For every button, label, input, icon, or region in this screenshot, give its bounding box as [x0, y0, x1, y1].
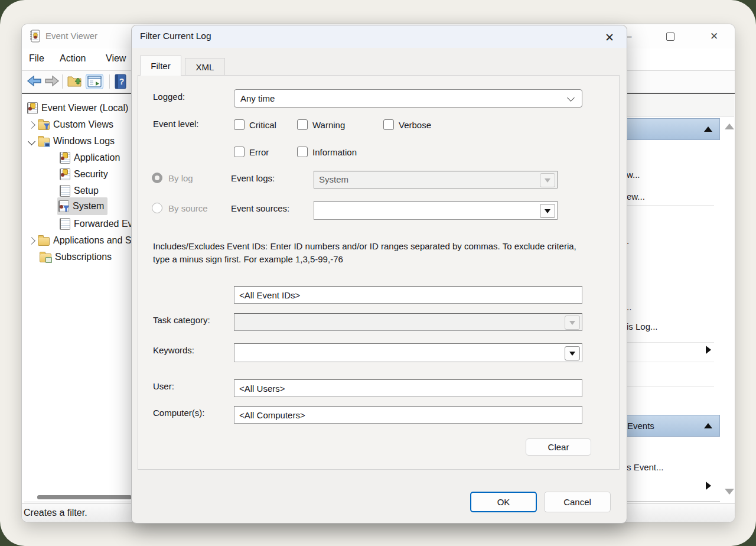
keywords-combobox[interactable]: [234, 343, 582, 362]
computers-input[interactable]: [234, 406, 582, 424]
event-ids-input[interactable]: [234, 286, 582, 304]
action-item[interactable]: ew...: [627, 191, 645, 202]
submenu-arrow-icon[interactable]: [706, 346, 711, 354]
ok-button[interactable]: OK: [470, 492, 537, 512]
tree-item-label: Security: [74, 167, 108, 182]
desktop-background: Event Viewer — ✕ File Action View: [0, 0, 756, 546]
separator: [624, 386, 714, 387]
tree-item-label: Custom Views: [53, 117, 113, 132]
tree-item-subscriptions[interactable]: Subscriptions: [40, 249, 112, 265]
close-icon[interactable]: ✕: [708, 30, 721, 43]
dialog-close-icon[interactable]: ✕: [602, 30, 617, 45]
tree-item-label: Setup: [74, 183, 99, 199]
logged-combobox[interactable]: Any time: [234, 89, 582, 108]
status-text: Creates a filter.: [24, 508, 87, 518]
event-sources-combobox[interactable]: [314, 201, 558, 220]
warning-label: Warning: [312, 120, 345, 130]
dropdown-arrow-icon: [565, 316, 580, 330]
task-category-label: Task category:: [153, 315, 210, 325]
actions-section-header[interactable]: [621, 118, 720, 140]
action-item[interactable]: is Log...: [627, 321, 658, 332]
dropdown-arrow-icon[interactable]: [540, 204, 555, 218]
action-item[interactable]: ..: [627, 302, 631, 312]
tree-item-label: Windows Logs: [53, 134, 115, 149]
menu-action[interactable]: Action: [60, 53, 86, 64]
forward-button-icon[interactable]: [44, 74, 60, 88]
collapse-icon[interactable]: [704, 423, 712, 428]
by-source-label: By source: [168, 203, 208, 213]
log-icon: [60, 152, 70, 164]
scroll-down-icon[interactable]: [725, 489, 734, 495]
logged-label: Logged:: [153, 92, 185, 102]
checkbox-warning[interactable]: [297, 119, 308, 130]
tab-xml[interactable]: XML: [185, 58, 225, 76]
log-icon: [60, 168, 70, 180]
event-viewer-log-icon: [27, 102, 38, 114]
event-logs-label: Event logs:: [231, 173, 275, 183]
checkbox-verbose[interactable]: [383, 119, 394, 130]
actions-panel-top: [621, 94, 734, 116]
event-sources-label: Event sources:: [231, 203, 289, 213]
event-viewer-app-icon: [29, 30, 41, 45]
horizontal-scrollbar-thumb[interactable]: [37, 495, 132, 499]
submenu-arrow-icon[interactable]: [706, 482, 711, 490]
dropdown-arrow-icon[interactable]: [565, 346, 580, 360]
user-label: User:: [153, 381, 174, 391]
help-icon[interactable]: ?: [114, 74, 127, 89]
console-window-icon[interactable]: [86, 74, 103, 89]
tree-item-windows-logs[interactable]: Windows Logs: [29, 134, 115, 149]
events-section-header[interactable]: Events: [621, 415, 720, 437]
cancel-button[interactable]: Cancel: [544, 492, 611, 512]
back-button-icon[interactable]: [27, 74, 42, 88]
chevron-down-icon[interactable]: [28, 138, 35, 145]
tree-item-application[interactable]: Application: [60, 150, 120, 165]
window-title: Event Viewer: [45, 31, 97, 41]
log-icon: [60, 185, 70, 197]
chevron-right-icon[interactable]: [28, 121, 35, 129]
scroll-up-icon[interactable]: [725, 124, 734, 129]
event-logs-combobox: System: [314, 171, 558, 188]
information-label: Information: [312, 147, 357, 157]
tree-item-security[interactable]: Security: [60, 167, 108, 182]
dropdown-arrow-icon: [540, 173, 555, 187]
separator: [624, 342, 714, 343]
error-label: Error: [249, 147, 269, 157]
clear-button[interactable]: Clear: [526, 438, 591, 456]
menu-file[interactable]: File: [29, 53, 44, 64]
checkbox-error[interactable]: [234, 147, 245, 157]
folder-monitor-icon: [38, 138, 50, 147]
computers-label: Computer(s):: [153, 408, 205, 418]
separator: [624, 362, 714, 362]
collapse-icon[interactable]: [704, 126, 712, 132]
tree-item-setup[interactable]: Setup: [60, 183, 99, 199]
menu-view[interactable]: View: [106, 53, 126, 64]
chevron-right-icon[interactable]: [28, 237, 35, 245]
verbose-label: Verbose: [399, 120, 431, 130]
toolbar-separator: [62, 74, 63, 89]
checkbox-critical[interactable]: [234, 119, 245, 130]
filter-current-log-dialog: Filter Current Log ✕ Filter XML Logged: …: [131, 25, 627, 524]
log-filter-icon: [58, 200, 69, 212]
horizontal-scrollbar-track[interactable]: [24, 502, 132, 502]
action-item[interactable]: w...: [627, 170, 640, 180]
maximize-icon[interactable]: [664, 30, 677, 43]
folder-subscriptions-icon: [40, 254, 51, 262]
keywords-label: Keywords:: [153, 345, 194, 355]
selected-item-highlight: System: [57, 197, 107, 215]
separator: [624, 205, 714, 206]
tree-item-root[interactable]: Event Viewer (Local): [27, 100, 128, 116]
dialog-titlebar[interactable]: Filter Current Log ✕: [132, 25, 627, 48]
checkbox-information[interactable]: [297, 147, 308, 157]
event-level-label: Event level:: [153, 119, 199, 129]
svg-text:?: ?: [119, 77, 125, 86]
user-input[interactable]: [234, 379, 582, 397]
dialog-title: Filter Current Log: [140, 31, 211, 41]
logged-value: Any time: [234, 93, 275, 103]
show-console-tree-icon[interactable]: [67, 74, 83, 88]
action-item[interactable]: s Event...: [627, 462, 664, 472]
tree-item-custom-views[interactable]: Custom Views: [29, 117, 113, 132]
tab-filter[interactable]: Filter: [140, 56, 181, 76]
tree-item-label: Application: [74, 150, 120, 165]
task-category-combobox: [234, 313, 582, 331]
tree-item-system[interactable]: System: [57, 199, 107, 214]
